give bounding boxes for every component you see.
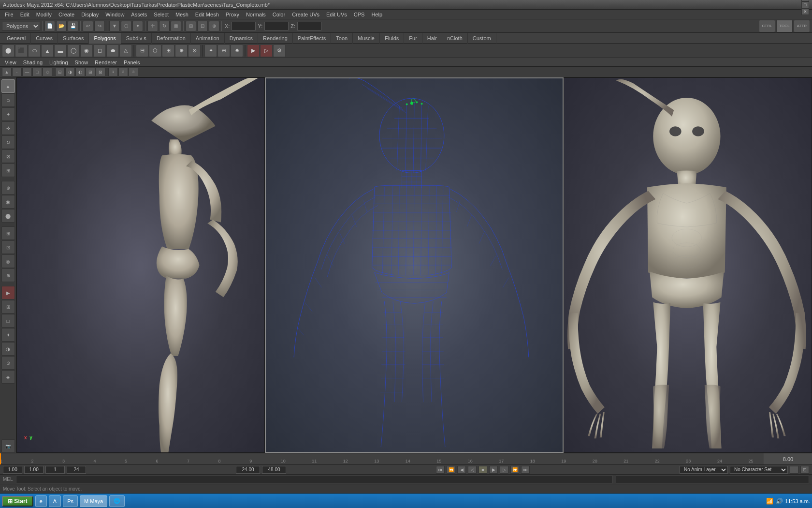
total-frames-input[interactable] bbox=[67, 466, 86, 474]
smooth-btn[interactable]: ✦ bbox=[204, 45, 217, 57]
menu-item-select[interactable]: Select bbox=[151, 11, 172, 18]
char-set-options-btn[interactable]: ─ bbox=[790, 466, 798, 474]
current-frame-input[interactable] bbox=[45, 466, 65, 474]
z-input[interactable] bbox=[297, 22, 321, 30]
bevel-btn[interactable]: ⬠ bbox=[149, 45, 161, 57]
rotate-button[interactable]: ↻ bbox=[159, 21, 170, 31]
snap-curve-button[interactable]: ⊡ bbox=[197, 21, 208, 31]
renderer-menu[interactable]: Renderer bbox=[92, 59, 120, 66]
snap-curve-tool[interactable]: ⊡ bbox=[1, 240, 15, 254]
plane-icon-btn[interactable]: ▬ bbox=[54, 45, 67, 57]
snap-point-tool[interactable]: ◎ bbox=[1, 254, 15, 268]
cluster-btn[interactable]: ⊙ bbox=[1, 356, 15, 370]
playhead[interactable] bbox=[0, 453, 1, 464]
x-input[interactable] bbox=[232, 22, 256, 30]
cube-icon-btn[interactable]: ⬛ bbox=[15, 45, 28, 57]
grid-btn[interactable]: ⊠ bbox=[96, 68, 105, 76]
shading-menu[interactable]: Shading bbox=[20, 59, 45, 66]
tab-fur[interactable]: Fur bbox=[404, 33, 422, 44]
hypergraph-btn[interactable]: ⊞ bbox=[1, 300, 15, 314]
sculpt-btn[interactable]: ✸ bbox=[231, 45, 243, 57]
prev-frame-btn[interactable]: ◀ bbox=[457, 466, 466, 474]
snap-grid-tool[interactable]: ⊞ bbox=[1, 226, 15, 240]
attr-button[interactable]: ATTR bbox=[794, 20, 810, 32]
right-viewport[interactable] bbox=[564, 77, 812, 453]
menu-item-create[interactable]: Create bbox=[56, 11, 77, 18]
tab-surfaces[interactable]: Surfaces bbox=[58, 33, 89, 44]
menu-item-create-uvs[interactable]: Create UVs bbox=[289, 11, 322, 18]
go-end-btn[interactable]: ⏭ bbox=[521, 466, 530, 474]
select-edge[interactable]: — bbox=[22, 68, 32, 76]
menu-item-edit-uvs[interactable]: Edit UVs bbox=[323, 11, 350, 18]
wireframe-btn[interactable]: ⊟ bbox=[55, 68, 65, 76]
anim-layer-select[interactable]: No Anim Layer bbox=[680, 466, 728, 474]
menu-item-color[interactable]: Color bbox=[270, 11, 288, 18]
menu-item-assets[interactable]: Assets bbox=[128, 11, 150, 18]
poly-cyl-btn[interactable]: ⬬ bbox=[106, 45, 119, 57]
uv-editor-btn[interactable]: □ bbox=[1, 314, 15, 328]
lasso-tool-btn[interactable]: ⊃ bbox=[1, 93, 15, 107]
transform-tool-btn[interactable]: ⊞ bbox=[1, 164, 15, 177]
range-end-input[interactable] bbox=[24, 466, 44, 474]
smooth-shade-btn[interactable]: ◑ bbox=[65, 68, 75, 76]
start-button[interactable]: ⊞ Start bbox=[2, 496, 33, 507]
save-button[interactable]: 💾 bbox=[68, 21, 78, 31]
tab-fluids[interactable]: Fluids bbox=[380, 33, 404, 44]
menu-item-proxy[interactable]: Proxy bbox=[223, 11, 242, 18]
tab-custom[interactable]: Custom bbox=[468, 33, 496, 44]
cylinder-icon-btn[interactable]: ⬭ bbox=[28, 45, 41, 57]
select-face[interactable]: □ bbox=[32, 68, 42, 76]
next-frame-btn[interactable]: ▷ bbox=[500, 466, 508, 474]
extrude-btn[interactable]: ⊟ bbox=[136, 45, 148, 57]
camera-tools-btn[interactable]: 📷 bbox=[1, 439, 15, 453]
paint-select-button[interactable]: ✦ bbox=[132, 21, 143, 31]
paint-weights-btn[interactable]: ✦ bbox=[1, 328, 15, 342]
tab-polygons[interactable]: Polygons bbox=[89, 33, 121, 44]
center-viewport[interactable] bbox=[265, 77, 564, 453]
tab-general[interactable]: General bbox=[2, 33, 31, 44]
menu-item-cps[interactable]: CPS bbox=[351, 11, 368, 18]
timeline-ruler[interactable]: 1234567891011121314151617181920212223242… bbox=[0, 453, 764, 464]
poly-sphere-btn[interactable]: ◉ bbox=[80, 45, 93, 57]
move-tool-btn[interactable]: ✛ bbox=[1, 121, 15, 135]
select-tool[interactable]: ▲ bbox=[2, 68, 12, 76]
max-total-input[interactable] bbox=[262, 466, 286, 474]
proxy-mode3[interactable]: 3 bbox=[129, 68, 138, 76]
tab-toon[interactable]: Toon bbox=[331, 33, 353, 44]
menu-item-modify[interactable]: Modify bbox=[33, 11, 55, 18]
snap-grid-button[interactable]: ⊞ bbox=[186, 21, 196, 31]
tab-subdiv-s[interactable]: Subdiv s bbox=[121, 33, 152, 44]
bridge-btn[interactable]: ⊞ bbox=[162, 45, 174, 57]
left-viewport[interactable]: x y bbox=[16, 77, 265, 453]
lighting-menu[interactable]: Lighting bbox=[46, 59, 71, 66]
taskbar-ie[interactable]: e bbox=[35, 495, 47, 507]
scale-button[interactable]: ⊠ bbox=[171, 21, 181, 31]
proxy-mode2[interactable]: 2 bbox=[118, 68, 128, 76]
taskbar-maya[interactable]: M Maya bbox=[80, 495, 107, 507]
prev-key-btn[interactable]: ⏪ bbox=[447, 466, 455, 474]
menu-item-display[interactable]: Display bbox=[78, 11, 102, 18]
stop-btn[interactable]: ■ bbox=[478, 466, 487, 474]
menu-item-normals[interactable]: Normals bbox=[243, 11, 269, 18]
redo-button[interactable]: ↪ bbox=[94, 21, 105, 31]
show-manip-btn[interactable]: ⊛ bbox=[1, 181, 15, 194]
snap-point-button[interactable]: ⊕ bbox=[209, 21, 219, 31]
taskbar-photoshop[interactable]: Ps bbox=[63, 495, 78, 507]
render-settings-btn[interactable]: ⚙ bbox=[273, 45, 286, 57]
cone-icon-btn[interactable]: ▲ bbox=[41, 45, 54, 57]
scale-tool-btn[interactable]: ⊠ bbox=[1, 149, 15, 163]
key-options-btn[interactable]: ⊡ bbox=[800, 466, 809, 474]
select-button[interactable]: ▼ bbox=[109, 21, 120, 31]
panels-menu[interactable]: Panels bbox=[121, 59, 143, 66]
range-start-input[interactable] bbox=[3, 466, 22, 474]
boolean-btn[interactable]: ⊖ bbox=[218, 45, 230, 57]
lasso-button[interactable]: ⬡ bbox=[121, 21, 131, 31]
taskbar-acrobat[interactable]: A bbox=[49, 495, 61, 507]
play-fwd-btn[interactable]: ▶ bbox=[489, 466, 498, 474]
sculpt-geo-btn[interactable]: ⬤ bbox=[1, 209, 15, 223]
tab-deformation[interactable]: Deformation bbox=[152, 33, 191, 44]
select-tool-btn[interactable]: ▲ bbox=[1, 79, 15, 93]
joint-tool-btn[interactable]: ◈ bbox=[1, 370, 15, 384]
snap-view-tool[interactable]: ⊕ bbox=[1, 269, 15, 282]
y-input[interactable] bbox=[264, 22, 289, 30]
